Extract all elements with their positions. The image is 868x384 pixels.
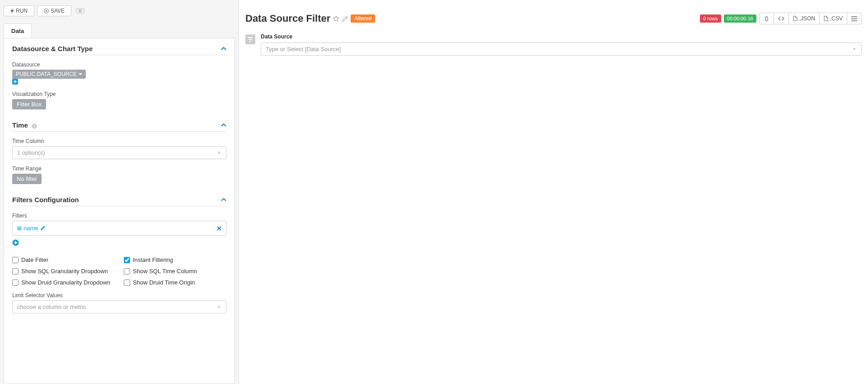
section-time[interactable]: Time i bbox=[12, 121, 226, 132]
viz-type-label: Visualization Type bbox=[12, 91, 226, 97]
caret-down-icon: ▼ bbox=[217, 150, 221, 155]
edit-title-icon[interactable] bbox=[342, 16, 348, 22]
info-icon: i bbox=[32, 123, 37, 129]
checkbox-sql-time-column[interactable]: Show SQL Time Column bbox=[124, 268, 226, 275]
time-range-pill[interactable]: No filter bbox=[12, 174, 42, 184]
add-datasource-icon[interactable] bbox=[12, 79, 226, 85]
time-column-select[interactable]: 1 option(s) ▼ bbox=[12, 146, 226, 159]
limit-selector-dropdown[interactable]: choose a column or metric ▼ bbox=[12, 300, 226, 313]
filter-box: name bbox=[12, 221, 226, 236]
edit-icon bbox=[40, 226, 45, 231]
section-title: Filters Configuration bbox=[12, 196, 79, 204]
chevron-up-icon bbox=[221, 123, 226, 127]
caret-down-icon bbox=[79, 73, 82, 76]
link-button[interactable] bbox=[759, 13, 774, 24]
filter-block-icon bbox=[245, 34, 255, 44]
chevron-up-icon bbox=[221, 198, 226, 202]
section-filters-config[interactable]: Filters Configuration bbox=[12, 196, 226, 206]
page-title: Data Source Filter bbox=[245, 13, 330, 24]
time-badge: 00:00:00.18 bbox=[724, 14, 756, 23]
filter-chip-name[interactable]: name bbox=[17, 225, 45, 232]
chevron-up-icon bbox=[221, 47, 226, 51]
datasource-pill[interactable]: PUBLIC.DATA_SOURCE bbox=[12, 70, 86, 79]
viz-type-pill[interactable]: Filter Box bbox=[12, 99, 46, 109]
file-icon bbox=[824, 16, 828, 21]
file-icon bbox=[793, 16, 798, 21]
star-icon[interactable] bbox=[333, 15, 339, 22]
save-button[interactable]: SAVE bbox=[37, 5, 71, 16]
remove-filter-icon[interactable] bbox=[217, 226, 221, 231]
limit-selector-label: Limit Selector Values bbox=[12, 292, 226, 299]
time-range-label: Time Range bbox=[12, 166, 226, 172]
svg-rect-5 bbox=[248, 37, 253, 38]
altered-badge: Altered bbox=[351, 14, 375, 23]
tab-data[interactable]: Data bbox=[4, 24, 32, 38]
menu-icon bbox=[851, 16, 857, 21]
section-datasource-chart[interactable]: Datasource & Chart Type bbox=[12, 45, 226, 55]
checkbox-instant-filtering[interactable]: Instant Filtering bbox=[124, 256, 226, 263]
svg-rect-7 bbox=[249, 41, 251, 42]
section-title: Time i bbox=[12, 121, 37, 129]
data-source-select[interactable]: Type or Select [Data Source] ▼ bbox=[261, 43, 862, 56]
run-button[interactable]: RUN bbox=[4, 5, 34, 16]
section-title: Datasource & Chart Type bbox=[12, 45, 93, 52]
plus-circle-icon bbox=[44, 9, 49, 14]
keyboard-hint: ⌘ bbox=[76, 8, 84, 14]
menu-button[interactable] bbox=[847, 13, 862, 24]
json-button[interactable]: .JSON bbox=[788, 13, 820, 24]
svg-rect-6 bbox=[249, 39, 252, 40]
checkbox-druid-time-origin[interactable]: Show Druid Time Origin bbox=[124, 279, 226, 286]
rows-badge: 0 rows bbox=[700, 14, 721, 23]
checkbox-date-filter[interactable]: Date Filter bbox=[12, 256, 115, 263]
run-label: RUN bbox=[16, 8, 28, 14]
data-source-label: Data Source bbox=[261, 33, 862, 40]
checkbox-druid-granularity[interactable]: Show Druid Granularity Dropdown bbox=[12, 279, 115, 286]
caret-down-icon: ▼ bbox=[217, 304, 221, 309]
drag-icon bbox=[17, 226, 22, 231]
csv-button[interactable]: .CSV bbox=[819, 13, 847, 24]
link-icon bbox=[764, 16, 769, 22]
save-label: SAVE bbox=[51, 8, 65, 14]
code-icon bbox=[778, 16, 784, 21]
lightning-icon bbox=[10, 8, 14, 14]
embed-button[interactable] bbox=[774, 13, 789, 24]
filters-label: Filters bbox=[12, 213, 226, 219]
add-filter-icon[interactable] bbox=[12, 239, 19, 246]
time-column-label: Time Column bbox=[12, 138, 226, 144]
checkbox-sql-granularity[interactable]: Show SQL Granularity Dropdown bbox=[12, 268, 115, 275]
caret-down-icon: ▼ bbox=[852, 47, 857, 52]
datasource-label: Datasource bbox=[12, 62, 226, 68]
